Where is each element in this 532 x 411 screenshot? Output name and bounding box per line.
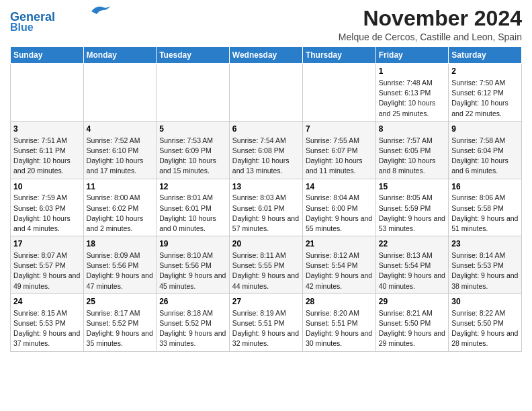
logo-bird-icon — [91, 5, 110, 17]
calendar-body: 1Sunrise: 7:48 AMSunset: 6:13 PMDaylight… — [11, 64, 522, 351]
logo: General Blue — [10, 11, 110, 33]
day-number: 2 — [451, 66, 519, 77]
day-number: 3 — [13, 124, 81, 135]
logo-text-blue: Blue — [10, 21, 34, 34]
calendar-cell — [157, 64, 230, 122]
calendar-table: SundayMondayTuesdayWednesdayThursdayFrid… — [10, 46, 522, 351]
title-block: November 2024 Melque de Cercos, Castille… — [339, 7, 522, 42]
calendar-cell: 24Sunrise: 8:15 AMSunset: 5:53 PMDayligh… — [11, 293, 84, 351]
day-number: 16 — [451, 181, 519, 193]
day-info: Sunrise: 7:48 AMSunset: 6:13 PMDaylight:… — [379, 78, 445, 119]
day-info: Sunrise: 8:19 AMSunset: 5:51 PMDaylight:… — [232, 308, 300, 349]
day-info: Sunrise: 8:12 AMSunset: 5:54 PMDaylight:… — [306, 250, 373, 291]
calendar-cell: 7Sunrise: 7:55 AMSunset: 6:07 PMDaylight… — [302, 121, 375, 179]
day-info: Sunrise: 8:06 AMSunset: 5:58 PMDaylight:… — [451, 193, 519, 234]
day-info: Sunrise: 7:57 AMSunset: 6:05 PMDaylight:… — [379, 136, 445, 177]
day-info: Sunrise: 7:52 AMSunset: 6:10 PMDaylight:… — [87, 136, 154, 177]
day-of-week-header: Tuesday — [157, 47, 230, 64]
calendar-cell: 18Sunrise: 8:09 AMSunset: 5:56 PMDayligh… — [83, 236, 157, 294]
day-number: 8 — [379, 124, 445, 135]
day-info: Sunrise: 8:18 AMSunset: 5:52 PMDaylight:… — [159, 308, 226, 349]
calendar-cell: 14Sunrise: 8:04 AMSunset: 6:00 PMDayligh… — [302, 179, 375, 236]
days-header-row: SundayMondayTuesdayWednesdayThursdayFrid… — [11, 47, 522, 64]
day-info: Sunrise: 8:21 AMSunset: 5:50 PMDaylight:… — [379, 308, 445, 349]
calendar-cell: 20Sunrise: 8:11 AMSunset: 5:55 PMDayligh… — [229, 236, 302, 294]
calendar-cell: 13Sunrise: 8:03 AMSunset: 6:01 PMDayligh… — [229, 179, 302, 236]
day-number: 30 — [451, 296, 519, 308]
day-number: 24 — [13, 296, 81, 308]
day-number: 28 — [306, 296, 373, 308]
calendar-cell: 19Sunrise: 8:10 AMSunset: 5:56 PMDayligh… — [157, 236, 230, 294]
day-number: 23 — [451, 238, 519, 250]
day-number: 4 — [87, 124, 154, 135]
day-number: 26 — [159, 296, 226, 308]
day-number: 7 — [306, 124, 373, 135]
day-number: 18 — [87, 238, 154, 250]
day-info: Sunrise: 8:03 AMSunset: 6:01 PMDaylight:… — [232, 193, 300, 234]
day-info: Sunrise: 8:13 AMSunset: 5:54 PMDaylight:… — [379, 250, 445, 291]
calendar-cell: 21Sunrise: 8:12 AMSunset: 5:54 PMDayligh… — [302, 236, 375, 294]
calendar-cell: 11Sunrise: 8:00 AMSunset: 6:02 PMDayligh… — [83, 179, 157, 236]
day-of-week-header: Wednesday — [229, 47, 302, 64]
calendar-cell — [11, 64, 84, 122]
calendar-cell: 2Sunrise: 7:50 AMSunset: 6:12 PMDaylight… — [449, 64, 522, 122]
calendar-week-row: 17Sunrise: 8:07 AMSunset: 5:57 PMDayligh… — [11, 236, 522, 294]
day-info: Sunrise: 8:17 AMSunset: 5:52 PMDaylight:… — [87, 308, 154, 349]
calendar-cell — [83, 64, 157, 122]
calendar-cell: 1Sunrise: 7:48 AMSunset: 6:13 PMDaylight… — [375, 64, 448, 122]
day-number: 29 — [379, 296, 445, 308]
calendar-cell: 26Sunrise: 8:18 AMSunset: 5:52 PMDayligh… — [157, 293, 230, 351]
calendar-cell: 9Sunrise: 7:58 AMSunset: 6:04 PMDaylight… — [449, 121, 522, 179]
day-info: Sunrise: 7:59 AMSunset: 6:03 PMDaylight:… — [13, 193, 81, 234]
calendar-cell: 6Sunrise: 7:54 AMSunset: 6:08 PMDaylight… — [229, 121, 302, 179]
calendar-week-row: 10Sunrise: 7:59 AMSunset: 6:03 PMDayligh… — [11, 179, 522, 236]
day-info: Sunrise: 8:11 AMSunset: 5:55 PMDaylight:… — [232, 250, 300, 291]
day-number: 14 — [306, 181, 373, 193]
calendar-cell: 25Sunrise: 8:17 AMSunset: 5:52 PMDayligh… — [83, 293, 157, 351]
day-info: Sunrise: 7:53 AMSunset: 6:09 PMDaylight:… — [159, 136, 226, 177]
day-info: Sunrise: 8:15 AMSunset: 5:53 PMDaylight:… — [13, 308, 81, 349]
calendar-cell: 15Sunrise: 8:05 AMSunset: 5:59 PMDayligh… — [375, 179, 448, 236]
day-number: 17 — [13, 238, 81, 250]
day-number: 6 — [232, 124, 300, 135]
month-title: November 2024 — [339, 7, 522, 30]
day-number: 13 — [232, 181, 300, 193]
day-info: Sunrise: 8:01 AMSunset: 6:01 PMDaylight:… — [159, 193, 226, 234]
day-info: Sunrise: 8:22 AMSunset: 5:50 PMDaylight:… — [451, 308, 519, 349]
calendar-cell: 28Sunrise: 8:20 AMSunset: 5:51 PMDayligh… — [302, 293, 375, 351]
day-number: 25 — [87, 296, 154, 308]
day-number: 27 — [232, 296, 300, 308]
calendar-week-row: 24Sunrise: 8:15 AMSunset: 5:53 PMDayligh… — [11, 293, 522, 351]
calendar-cell — [302, 64, 375, 122]
day-info: Sunrise: 7:55 AMSunset: 6:07 PMDaylight:… — [306, 136, 373, 177]
day-number: 10 — [13, 181, 81, 193]
day-info: Sunrise: 7:50 AMSunset: 6:12 PMDaylight:… — [451, 78, 519, 119]
calendar-cell — [229, 64, 302, 122]
calendar-header: SundayMondayTuesdayWednesdayThursdayFrid… — [11, 47, 522, 64]
day-number: 21 — [306, 238, 373, 250]
day-info: Sunrise: 7:54 AMSunset: 6:08 PMDaylight:… — [232, 136, 300, 177]
calendar-week-row: 1Sunrise: 7:48 AMSunset: 6:13 PMDaylight… — [11, 64, 522, 122]
day-of-week-header: Monday — [83, 47, 157, 64]
day-number: 1 — [379, 66, 445, 77]
day-number: 15 — [379, 181, 445, 193]
day-of-week-header: Saturday — [449, 47, 522, 64]
calendar-cell: 22Sunrise: 8:13 AMSunset: 5:54 PMDayligh… — [375, 236, 448, 294]
day-of-week-header: Friday — [375, 47, 448, 64]
day-number: 22 — [379, 238, 445, 250]
calendar-cell: 30Sunrise: 8:22 AMSunset: 5:50 PMDayligh… — [449, 293, 522, 351]
calendar-cell: 16Sunrise: 8:06 AMSunset: 5:58 PMDayligh… — [449, 179, 522, 236]
day-info: Sunrise: 8:04 AMSunset: 6:00 PMDaylight:… — [306, 193, 373, 234]
calendar-week-row: 3Sunrise: 7:51 AMSunset: 6:11 PMDaylight… — [11, 121, 522, 179]
calendar-cell: 29Sunrise: 8:21 AMSunset: 5:50 PMDayligh… — [375, 293, 448, 351]
day-info: Sunrise: 8:14 AMSunset: 5:53 PMDaylight:… — [451, 250, 519, 291]
calendar-cell: 5Sunrise: 7:53 AMSunset: 6:09 PMDaylight… — [157, 121, 230, 179]
day-info: Sunrise: 8:09 AMSunset: 5:56 PMDaylight:… — [87, 250, 154, 291]
calendar-cell: 27Sunrise: 8:19 AMSunset: 5:51 PMDayligh… — [229, 293, 302, 351]
day-info: Sunrise: 8:00 AMSunset: 6:02 PMDaylight:… — [87, 193, 154, 234]
calendar-cell: 12Sunrise: 8:01 AMSunset: 6:01 PMDayligh… — [157, 179, 230, 236]
day-info: Sunrise: 7:58 AMSunset: 6:04 PMDaylight:… — [451, 136, 519, 177]
calendar-cell: 8Sunrise: 7:57 AMSunset: 6:05 PMDaylight… — [375, 121, 448, 179]
day-info: Sunrise: 8:05 AMSunset: 5:59 PMDaylight:… — [379, 193, 445, 234]
day-number: 5 — [159, 124, 226, 135]
